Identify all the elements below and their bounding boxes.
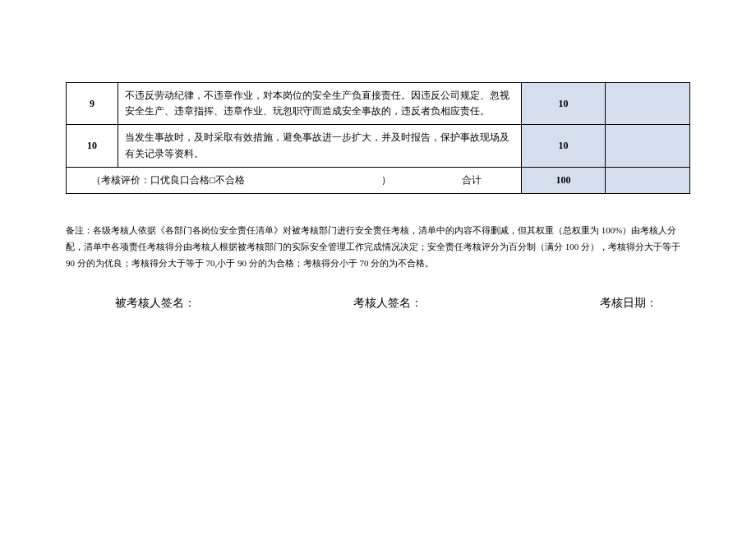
row-blank xyxy=(606,83,690,125)
row-score: 10 xyxy=(521,83,606,125)
assessee-signature: 被考核人签名： xyxy=(115,296,353,311)
assessment-date: 考核日期： xyxy=(600,296,657,311)
summary-total-score: 100 xyxy=(521,167,606,193)
notes-text: 备注：各级考核人依据《各部门各岗位安全责任清单》对被考核部门进行安全责任考核，清… xyxy=(66,223,690,271)
row-score: 10 xyxy=(521,125,606,167)
signatures-row: 被考核人签名： 考核人签名： 考核日期： xyxy=(66,296,690,311)
summary-total-label: 合计 xyxy=(462,173,514,188)
row-number: 9 xyxy=(67,83,118,125)
table-row: 10 当发生事故时，及时采取有效措施，避免事故进一步扩大，并及时报告，保护事故现… xyxy=(67,125,690,167)
summary-blank xyxy=(606,167,690,193)
row-description: 当发生事故时，及时采取有效措施，避免事故进一步扩大，并及时报告，保护事故现场及有… xyxy=(118,125,521,167)
row-number: 10 xyxy=(67,125,118,167)
evaluation-text: （考核评价：口优良口合格□不合格 xyxy=(91,173,245,188)
row-description: 不违反劳动纪律，不违章作业，对本岗位的安全生产负直接责任。因违反公司规定、忽视安… xyxy=(118,83,521,125)
assessor-signature: 考核人签名： xyxy=(353,296,600,311)
evaluation-paren: ） xyxy=(245,173,461,188)
summary-row: （考核评价：口优良口合格□不合格 ） 合计 100 xyxy=(67,167,690,193)
page-container: 9 不违反劳动纪律，不违章作业，对本岗位的安全生产负直接责任。因违反公司规定、忽… xyxy=(0,0,756,311)
assessment-table: 9 不违反劳动纪律，不违章作业，对本岗位的安全生产负直接责任。因违反公司规定、忽… xyxy=(66,82,690,194)
summary-evaluation: （考核评价：口优良口合格□不合格 ） 合计 xyxy=(67,167,522,193)
row-blank xyxy=(606,125,690,167)
table-row: 9 不违反劳动纪律，不违章作业，对本岗位的安全生产负直接责任。因违反公司规定、忽… xyxy=(67,83,690,125)
